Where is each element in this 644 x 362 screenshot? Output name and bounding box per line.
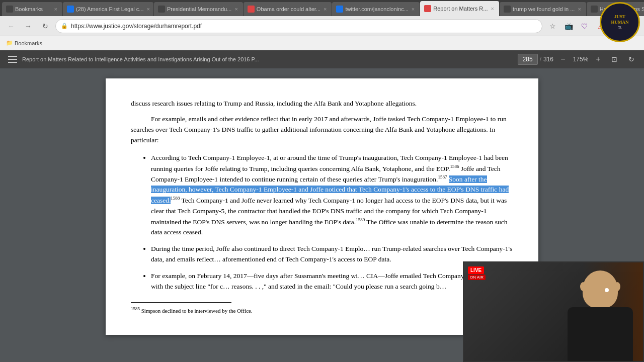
on-air-badge: ON AIR: [468, 275, 486, 280]
zoom-in-button[interactable]: +: [593, 54, 604, 65]
tab-close-icon[interactable]: ×: [490, 6, 495, 12]
firefox-shield-button[interactable]: 🛡: [578, 19, 592, 33]
footnote-ref-1586: 1586: [450, 164, 459, 169]
tab-bookmarks[interactable]: Bookmarks ×: [2, 2, 62, 16]
footnote-ref-1589: 1589: [356, 217, 365, 222]
tab-label: Obama order could alter...: [257, 6, 320, 12]
logo-text: JUST HUMAN 🚬: [611, 14, 629, 30]
video-content: LIVE ON AIR: [464, 262, 643, 361]
pdf-toolbar-right: / 316 − 175% + ⊡ ↻: [518, 53, 638, 66]
tab-obama[interactable]: Obama order could alter... ×: [244, 2, 332, 16]
footnote-ref-1588: 1588: [171, 196, 180, 201]
zoom-out-button[interactable]: −: [557, 54, 569, 65]
total-pages: 316: [543, 56, 553, 63]
zoom-level: 175%: [571, 56, 591, 63]
tab-report-active[interactable]: Report on Matters R... ×: [420, 1, 499, 16]
pdf-toolbar: Report on Matters Related to Intelligenc…: [0, 50, 644, 68]
tab-close-icon[interactable]: ×: [233, 6, 238, 12]
page-number-input[interactable]: [518, 54, 538, 65]
title-bar: Bookmarks × (28) America First Legal c..…: [0, 0, 644, 16]
zoom-area: − 175% +: [557, 54, 604, 65]
highlighted-text: Soon after the inauguration, however, Te…: [151, 175, 509, 204]
tab-favicon: [424, 5, 431, 12]
bullet-item-2: During the time period, Joffe also conti…: [151, 244, 513, 265]
page-info: / 316: [518, 54, 553, 65]
sidebar-toggle-button[interactable]: [6, 53, 19, 66]
footnote-num-1585: 1585: [131, 306, 140, 311]
back-button[interactable]: ←: [4, 19, 18, 33]
bookmarks-bar: 📁 Bookmarks: [0, 36, 644, 50]
main-content-wrapper: discuss research issues relating to Trum…: [0, 68, 644, 362]
bullet-list: According to Tech Company-1 Employee-1, …: [151, 153, 513, 292]
tab-label: Presidential Memorandu...: [167, 6, 231, 12]
bullet-item-1: According to Tech Company-1 Employee-1, …: [151, 153, 513, 238]
tab-america-first[interactable]: (28) America First Legal c... ×: [63, 2, 153, 16]
footnote-divider: [131, 302, 231, 303]
tab-favicon: [504, 6, 511, 13]
tab-favicon: [6, 6, 13, 13]
pdf-intro-block: discuss research issues relating to Trum…: [131, 99, 513, 146]
tab-close-icon[interactable]: ×: [53, 6, 58, 12]
tab-label: Bookmarks: [15, 6, 43, 12]
tab-label: (28) America First Legal c...: [76, 6, 144, 12]
reload-button[interactable]: ↻: [38, 19, 52, 33]
fit-page-button[interactable]: ⊡: [608, 53, 621, 66]
body: [568, 307, 633, 362]
person-figure: [532, 263, 643, 361]
tab-presidential[interactable]: Presidential Memorandu... ×: [154, 2, 243, 16]
browser-frame: Bookmarks × (28) America First Legal c..…: [0, 0, 644, 362]
tab-close-icon[interactable]: ×: [146, 6, 151, 12]
page-separator: /: [540, 56, 541, 63]
tab-label: twitter.com/jasoncloninc...: [345, 6, 408, 12]
address-text: https://www.justice.gov/storage/durhamre…: [71, 23, 202, 30]
tab-favicon: [158, 6, 165, 13]
footnote-1585: 1585 Simpson declined to be interviewed …: [131, 306, 513, 315]
tab-close-icon[interactable]: ×: [577, 6, 582, 12]
left-ear: [614, 282, 620, 291]
tab-close-icon[interactable]: ×: [411, 6, 416, 12]
address-bar[interactable]: 🔒 https://www.justice.gov/storage/durham…: [55, 19, 542, 33]
bullet-item-3: For example, on February 14, 2017—five d…: [151, 271, 513, 292]
tab-favicon: [591, 6, 598, 13]
tab-favicon: [336, 6, 343, 13]
nav-bar: ← → ↻ 🔒 https://www.justice.gov/storage/…: [0, 16, 644, 36]
live-badge: LIVE: [468, 266, 484, 274]
rotate-button[interactable]: ↻: [625, 53, 638, 66]
tab-favicon: [67, 6, 74, 13]
screen-cast-button[interactable]: 📺: [561, 19, 576, 33]
pdf-title: Report on Matters Related to Intelligenc…: [22, 56, 259, 62]
video-overlay: LIVE ON AIR: [463, 261, 644, 362]
head: [583, 270, 618, 308]
earbud-right: [605, 288, 609, 292]
tab-close-icon[interactable]: ×: [323, 6, 328, 12]
bookmarks-item[interactable]: 📁 Bookmarks: [4, 39, 44, 47]
bookmark-star-button[interactable]: ☆: [545, 19, 559, 33]
tabs-area: Bookmarks × (28) America First Legal c..…: [2, 0, 644, 16]
right-ear: [580, 282, 586, 291]
forward-button[interactable]: →: [21, 19, 35, 33]
lock-icon: 🔒: [61, 23, 68, 29]
tab-trump-gold[interactable]: trump we found gold in ... ×: [500, 2, 586, 16]
tab-twitter[interactable]: twitter.com/jasoncloninc... ×: [332, 2, 420, 16]
pdf-toolbar-left: Report on Matters Related to Intelligenc…: [6, 53, 259, 66]
tab-label: trump we found gold in ...: [513, 6, 575, 12]
tab-favicon: [248, 6, 255, 13]
tab-label: Report on Matters R...: [433, 6, 488, 12]
bookmarks-icon: 📁: [6, 40, 13, 46]
footnote-ref-1587: 1587: [438, 174, 447, 179]
bookmarks-label: Bookmarks: [15, 40, 42, 46]
just-human-logo: JUST HUMAN 🚬: [600, 2, 640, 42]
